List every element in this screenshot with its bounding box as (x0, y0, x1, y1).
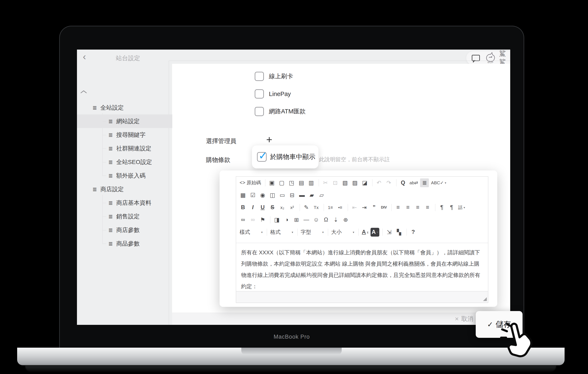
text-field-icon[interactable]: ◫ (268, 191, 277, 200)
textarea-icon[interactable]: ▭ (278, 191, 287, 200)
editor-toolbar: <> 原始碼▣▢◳▤▥✂⊡▧▨◪↶↷Qab⇄≣ABC✓▾▦☑◉◫▭⊟▬▰▱BIU… (236, 177, 488, 238)
chevron-down-icon: ▾ (353, 231, 354, 234)
paste-as-text-icon[interactable]: ▨ (350, 178, 359, 187)
sidebar-item-銷售設定[interactable]: ≣銷售設定 (77, 210, 172, 223)
sidebar-item-額外嵌入碼[interactable]: ≣額外嵌入碼 (77, 169, 172, 182)
preview-icon[interactable]: ◳ (287, 178, 296, 187)
language-icon[interactable]: 話▾ (457, 203, 466, 212)
sidebar-tree: ≣全站設定≣網站設定≣搜尋關鍵字≣社群關連設定≣全站SEO設定≣額外嵌入碼≣商店… (77, 101, 172, 250)
iframe-icon[interactable]: ⊛ (341, 215, 350, 224)
copy-icon[interactable]: ⊡ (331, 178, 340, 187)
show-blocks-icon[interactable]: ▚ (395, 228, 403, 236)
checkbox-unchecked[interactable] (255, 72, 264, 81)
chevron-down-icon: ▾ (445, 181, 446, 184)
cut-icon[interactable]: ✂ (321, 178, 330, 187)
underline-icon[interactable]: U (258, 203, 267, 212)
checkbox-unchecked[interactable] (255, 89, 264, 98)
anchor-icon[interactable]: ⚑ (258, 215, 267, 224)
admin-field-label: 選擇管理員 (206, 137, 236, 145)
special-character-icon[interactable]: Ω (322, 215, 330, 224)
button-icon[interactable]: ▬ (298, 191, 306, 200)
radio-button-icon[interactable]: ◉ (258, 191, 267, 200)
sidebar-group-0[interactable]: ≣全站設定 (77, 101, 172, 114)
align-center-icon[interactable]: ≡ (404, 203, 412, 212)
text-color-icon[interactable]: A▾ (361, 228, 369, 236)
sidebar-group-1[interactable]: ≣商店設定 (77, 182, 172, 196)
toolbar-separator (435, 204, 435, 211)
selection-field-icon[interactable]: ⊟ (288, 191, 296, 200)
styles-dropdown[interactable]: 樣式▾ (239, 228, 264, 236)
size-dropdown[interactable]: 大小▾ (330, 228, 355, 236)
sidebar-item-社群關連設定[interactable]: ≣社群關連設定 (77, 142, 172, 155)
italic-icon[interactable]: I (248, 203, 257, 212)
payment-option-row: 線上刷卡 (255, 72, 293, 81)
sidebar-item-label: 商店參數 (116, 226, 140, 234)
sidebar-item-商店基本資料[interactable]: ≣商店基本資料 (77, 196, 172, 210)
add-admin-button[interactable]: + (266, 134, 272, 145)
chevron-down-icon: ▾ (322, 231, 324, 234)
background-color-icon[interactable]: A▾ (370, 228, 379, 236)
image-button-icon[interactable]: ▰ (307, 191, 316, 200)
strikethrough-icon[interactable]: S (268, 203, 277, 212)
subscript-icon[interactable]: x₂ (278, 203, 287, 212)
replace-icon[interactable]: ab⇄ (408, 178, 419, 187)
bold-icon[interactable]: B (239, 203, 247, 212)
superscript-icon[interactable]: x² (288, 203, 296, 212)
link-icon[interactable]: ∞ (239, 215, 247, 224)
sidebar-item-搜尋關鍵字[interactable]: ≣搜尋關鍵字 (77, 128, 172, 142)
templates-icon[interactable]: ▥ (307, 178, 315, 187)
back-chevron-icon[interactable]: ‹ (83, 51, 86, 62)
blockquote-icon[interactable]: ” (370, 203, 378, 212)
form-icon[interactable]: ▦ (239, 191, 247, 200)
increase-indent-icon[interactable]: ⇥ (360, 203, 369, 212)
text-direction-ltr-icon[interactable]: ¶ (437, 203, 446, 212)
paste-from-word-icon[interactable]: ◪ (360, 178, 369, 187)
editor-content[interactable]: 所有在 XXXX（以下簡稱「本網站）進行線上消費的會員朋友（以下簡稱「會員」），… (236, 243, 488, 291)
unlink-icon[interactable]: ∞ (248, 215, 257, 224)
align-right-icon[interactable]: ≡ (413, 203, 422, 212)
bulleted-list-icon[interactable]: •≡ (336, 203, 345, 212)
resize-handle-icon[interactable] (483, 297, 487, 301)
align-left-icon[interactable]: ≡ (394, 203, 402, 212)
text-direction-rtl-icon[interactable]: ¶ (447, 203, 456, 212)
page-break-icon[interactable]: ⇣ (331, 215, 340, 224)
find-icon[interactable]: Q (399, 178, 407, 187)
source-icon[interactable]: <> 原始碼 (239, 178, 262, 187)
laptop-notch (241, 348, 342, 355)
cancel-button[interactable]: × 取消 (455, 315, 473, 323)
sidebar-item-網站設定[interactable]: ≣網站設定 (77, 114, 172, 128)
remove-format-icon[interactable]: Tx (312, 203, 321, 212)
toolbar-separator (407, 229, 407, 236)
font-dropdown[interactable]: 字型▾ (300, 228, 325, 236)
copy-formatting-icon[interactable]: ✎ (302, 203, 311, 212)
print-icon[interactable]: ▤ (297, 178, 306, 187)
save-icon[interactable]: ▣ (267, 178, 276, 187)
format-dropdown[interactable]: 格式▾ (269, 228, 294, 236)
sidebar-item-商店參數[interactable]: ≣商店參數 (77, 223, 172, 237)
maximize-icon[interactable]: ⇲ (385, 228, 394, 236)
div-container-icon[interactable]: DIV (379, 203, 388, 212)
hidden-field-icon[interactable]: ▱ (317, 191, 326, 200)
checkbox-unchecked[interactable] (255, 107, 264, 116)
decrease-indent-icon[interactable]: ⇤ (350, 203, 359, 212)
redo-icon[interactable]: ↷ (384, 178, 393, 187)
about-icon[interactable]: ? (409, 228, 418, 236)
checkbox-icon[interactable]: ☑ (248, 191, 257, 200)
sidebar-item-全站SEO設定[interactable]: ≣全站SEO設定 (77, 155, 172, 169)
paste-icon[interactable]: ▧ (341, 178, 349, 187)
sidebar-item-商品參數[interactable]: ≣商品參數 (77, 237, 172, 250)
undo-icon[interactable]: ↶ (375, 178, 383, 187)
horizontal-rule-icon[interactable]: ― (302, 215, 311, 224)
sidebar-collapse-chevron-up-icon[interactable] (80, 90, 87, 94)
show-in-cart-checkbox[interactable]: ✓ (257, 152, 267, 162)
numbered-list-icon[interactable]: 1≡ (326, 203, 335, 212)
table-icon[interactable]: ⊞ (292, 215, 301, 224)
image-icon[interactable]: ◨ (273, 215, 281, 224)
smiley-icon[interactable]: ☺ (312, 215, 321, 224)
select-all-icon[interactable]: ≣ (420, 178, 429, 187)
align-justify-icon[interactable]: ≡ (423, 203, 432, 212)
new-page-icon[interactable]: ▢ (277, 178, 286, 187)
flash-icon[interactable]: ◑ (282, 215, 291, 224)
chat-bubble-icon[interactable] (472, 55, 480, 61)
spell-check-icon[interactable]: ABC✓▾ (430, 178, 447, 187)
